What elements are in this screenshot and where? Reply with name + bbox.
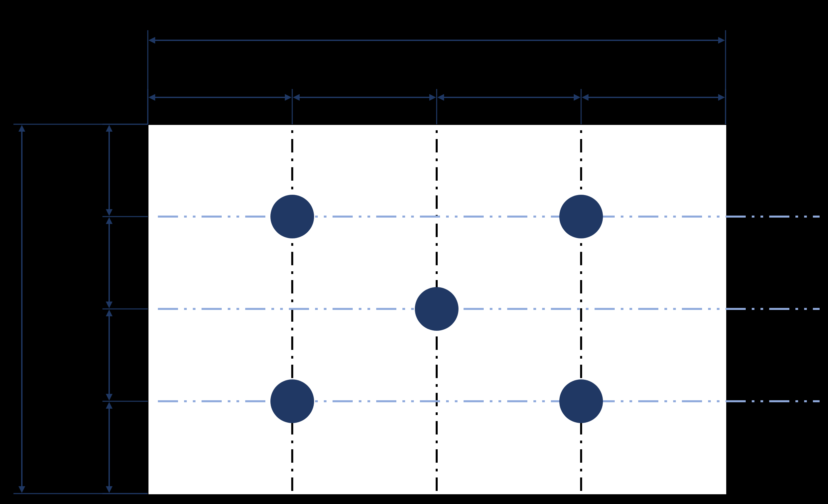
row-centerline-label: E (783, 185, 797, 210)
dimension-overlay (0, 0, 828, 504)
row-centerline-label: E (783, 277, 797, 302)
row-centerline-label: E (783, 369, 797, 394)
